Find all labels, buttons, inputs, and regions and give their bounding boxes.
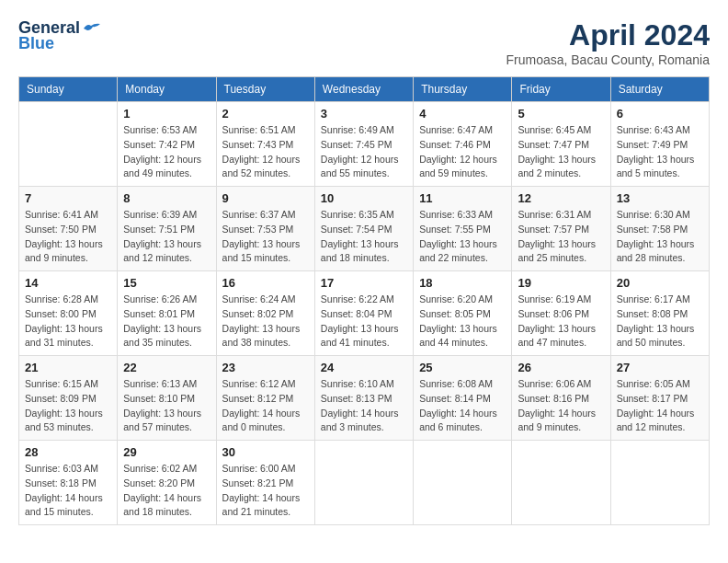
day-number: 27 xyxy=(617,361,703,374)
title-section: April 2024 Frumoasa, Bacau County, Roman… xyxy=(506,18,710,67)
day-detail: Sunrise: 6:26 AMSunset: 8:01 PMDaylight:… xyxy=(123,293,201,348)
weekday-header-wednesday: Wednesday xyxy=(314,77,413,102)
page-header: General Blue April 2024 Frumoasa, Bacau … xyxy=(18,18,710,67)
day-number: 24 xyxy=(321,361,407,374)
calendar-cell: 5 Sunrise: 6:45 AMSunset: 7:47 PMDayligh… xyxy=(512,102,610,187)
day-number: 19 xyxy=(518,276,604,290)
day-number: 3 xyxy=(321,107,407,121)
day-number: 1 xyxy=(123,107,210,121)
day-number: 16 xyxy=(222,276,309,290)
calendar-cell: 12 Sunrise: 6:31 AMSunset: 7:57 PMDaylig… xyxy=(512,187,610,271)
logo-bird-icon xyxy=(82,21,100,36)
calendar-cell: 30 Sunrise: 6:00 AMSunset: 8:21 PMDaylig… xyxy=(216,441,314,525)
day-number: 2 xyxy=(222,107,309,121)
day-number: 28 xyxy=(25,445,111,459)
weekday-header-friday: Friday xyxy=(512,77,610,102)
week-row-1: 1 Sunrise: 6:53 AMSunset: 7:42 PMDayligh… xyxy=(19,102,710,187)
week-row-3: 14 Sunrise: 6:28 AMSunset: 8:00 PMDaylig… xyxy=(19,271,710,356)
week-row-4: 21 Sunrise: 6:15 AMSunset: 8:09 PMDaylig… xyxy=(19,356,710,441)
day-number: 21 xyxy=(25,361,111,374)
calendar-cell: 13 Sunrise: 6:30 AMSunset: 7:58 PMDaylig… xyxy=(610,187,709,271)
day-number: 4 xyxy=(419,107,506,121)
calendar-cell: 18 Sunrise: 6:20 AMSunset: 8:05 PMDaylig… xyxy=(414,271,512,356)
week-row-2: 7 Sunrise: 6:41 AMSunset: 7:50 PMDayligh… xyxy=(19,187,710,271)
weekday-header-thursday: Thursday xyxy=(414,77,512,102)
calendar-cell: 6 Sunrise: 6:43 AMSunset: 7:49 PMDayligh… xyxy=(610,102,709,187)
weekday-header-saturday: Saturday xyxy=(610,77,709,102)
day-number: 25 xyxy=(419,361,506,374)
calendar-cell: 8 Sunrise: 6:39 AMSunset: 7:51 PMDayligh… xyxy=(118,187,216,271)
day-detail: Sunrise: 6:45 AMSunset: 7:47 PMDaylight:… xyxy=(518,124,596,178)
day-detail: Sunrise: 6:10 AMSunset: 8:13 PMDaylight:… xyxy=(321,378,399,432)
day-number: 17 xyxy=(321,276,407,290)
weekday-header-row: SundayMondayTuesdayWednesdayThursdayFrid… xyxy=(19,77,710,102)
calendar-cell: 21 Sunrise: 6:15 AMSunset: 8:09 PMDaylig… xyxy=(19,356,118,441)
day-detail: Sunrise: 6:03 AMSunset: 8:18 PMDaylight:… xyxy=(25,463,103,517)
day-number: 10 xyxy=(321,191,407,205)
calendar-cell: 2 Sunrise: 6:51 AMSunset: 7:43 PMDayligh… xyxy=(216,102,314,187)
day-detail: Sunrise: 6:22 AMSunset: 8:04 PMDaylight:… xyxy=(321,293,399,348)
day-detail: Sunrise: 6:05 AMSunset: 8:17 PMDaylight:… xyxy=(617,378,695,432)
day-detail: Sunrise: 6:13 AMSunset: 8:10 PMDaylight:… xyxy=(123,378,201,432)
weekday-header-monday: Monday xyxy=(118,77,216,102)
calendar-cell: 4 Sunrise: 6:47 AMSunset: 7:46 PMDayligh… xyxy=(414,102,512,187)
day-number: 20 xyxy=(617,276,703,290)
week-row-5: 28 Sunrise: 6:03 AMSunset: 8:18 PMDaylig… xyxy=(19,441,710,525)
calendar-cell: 24 Sunrise: 6:10 AMSunset: 8:13 PMDaylig… xyxy=(314,356,413,441)
weekday-header-sunday: Sunday xyxy=(19,77,118,102)
day-detail: Sunrise: 6:17 AMSunset: 8:08 PMDaylight:… xyxy=(617,293,695,348)
day-number: 22 xyxy=(123,361,210,374)
day-detail: Sunrise: 6:19 AMSunset: 8:06 PMDaylight:… xyxy=(518,293,596,348)
calendar-cell: 27 Sunrise: 6:05 AMSunset: 8:17 PMDaylig… xyxy=(610,356,709,441)
day-detail: Sunrise: 6:37 AMSunset: 7:53 PMDaylight:… xyxy=(222,209,301,263)
calendar-cell: 3 Sunrise: 6:49 AMSunset: 7:45 PMDayligh… xyxy=(314,102,413,187)
day-detail: Sunrise: 6:33 AMSunset: 7:55 PMDaylight:… xyxy=(419,209,497,263)
day-number: 6 xyxy=(617,107,703,121)
calendar: SundayMondayTuesdayWednesdayThursdayFrid… xyxy=(18,76,710,525)
calendar-cell xyxy=(314,441,413,525)
day-number: 11 xyxy=(419,191,506,205)
day-detail: Sunrise: 6:30 AMSunset: 7:58 PMDaylight:… xyxy=(617,209,695,263)
day-number: 18 xyxy=(419,276,506,290)
calendar-cell: 16 Sunrise: 6:24 AMSunset: 8:02 PMDaylig… xyxy=(216,271,314,356)
weekday-header-tuesday: Tuesday xyxy=(216,77,314,102)
day-number: 23 xyxy=(222,361,309,374)
day-detail: Sunrise: 6:47 AMSunset: 7:46 PMDaylight:… xyxy=(419,124,497,178)
calendar-cell xyxy=(414,441,512,525)
day-number: 26 xyxy=(518,361,604,374)
calendar-cell: 9 Sunrise: 6:37 AMSunset: 7:53 PMDayligh… xyxy=(216,187,314,271)
day-number: 13 xyxy=(617,191,703,205)
calendar-cell xyxy=(19,102,118,187)
day-number: 8 xyxy=(123,191,210,205)
day-detail: Sunrise: 6:39 AMSunset: 7:51 PMDaylight:… xyxy=(123,209,201,263)
day-detail: Sunrise: 6:24 AMSunset: 8:02 PMDaylight:… xyxy=(222,293,301,348)
calendar-cell: 28 Sunrise: 6:03 AMSunset: 8:18 PMDaylig… xyxy=(19,441,118,525)
calendar-cell: 22 Sunrise: 6:13 AMSunset: 8:10 PMDaylig… xyxy=(118,356,216,441)
calendar-cell: 20 Sunrise: 6:17 AMSunset: 8:08 PMDaylig… xyxy=(610,271,709,356)
location: Frumoasa, Bacau County, Romania xyxy=(506,52,710,67)
day-number: 14 xyxy=(25,276,111,290)
day-detail: Sunrise: 6:41 AMSunset: 7:50 PMDaylight:… xyxy=(25,209,103,263)
day-detail: Sunrise: 6:06 AMSunset: 8:16 PMDaylight:… xyxy=(518,378,596,432)
calendar-cell: 25 Sunrise: 6:08 AMSunset: 8:14 PMDaylig… xyxy=(414,356,512,441)
day-detail: Sunrise: 6:51 AMSunset: 7:43 PMDaylight:… xyxy=(222,124,301,178)
calendar-cell: 11 Sunrise: 6:33 AMSunset: 7:55 PMDaylig… xyxy=(414,187,512,271)
day-number: 9 xyxy=(222,191,309,205)
logo: General Blue xyxy=(18,18,100,53)
day-number: 15 xyxy=(123,276,210,290)
day-detail: Sunrise: 6:00 AMSunset: 8:21 PMDaylight:… xyxy=(222,463,301,517)
logo-blue: Blue xyxy=(18,34,54,53)
calendar-cell xyxy=(512,441,610,525)
calendar-cell: 26 Sunrise: 6:06 AMSunset: 8:16 PMDaylig… xyxy=(512,356,610,441)
day-detail: Sunrise: 6:49 AMSunset: 7:45 PMDaylight:… xyxy=(321,124,399,178)
calendar-cell: 7 Sunrise: 6:41 AMSunset: 7:50 PMDayligh… xyxy=(19,187,118,271)
calendar-cell: 1 Sunrise: 6:53 AMSunset: 7:42 PMDayligh… xyxy=(118,102,216,187)
month-title: April 2024 xyxy=(506,18,710,52)
day-number: 12 xyxy=(518,191,604,205)
day-number: 30 xyxy=(222,445,309,459)
calendar-cell: 14 Sunrise: 6:28 AMSunset: 8:00 PMDaylig… xyxy=(19,271,118,356)
day-detail: Sunrise: 6:43 AMSunset: 7:49 PMDaylight:… xyxy=(617,124,695,178)
day-detail: Sunrise: 6:53 AMSunset: 7:42 PMDaylight:… xyxy=(123,124,201,178)
calendar-cell: 19 Sunrise: 6:19 AMSunset: 8:06 PMDaylig… xyxy=(512,271,610,356)
day-number: 7 xyxy=(25,191,111,205)
